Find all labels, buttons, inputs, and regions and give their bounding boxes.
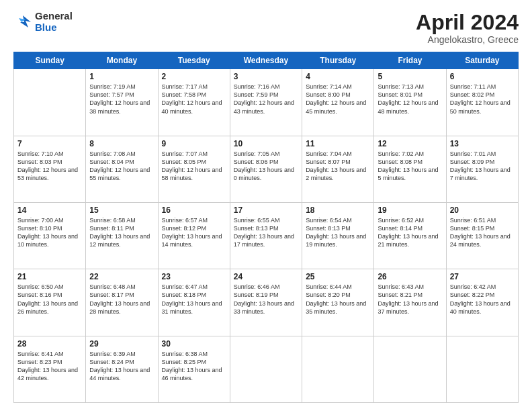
day-number: 4 xyxy=(306,72,370,81)
logo-text: General Blue xyxy=(35,11,73,33)
day-info: Sunrise: 6:54 AMSunset: 8:13 PMDaylight:… xyxy=(306,216,370,249)
calendar-cell: 14Sunrise: 7:00 AMSunset: 8:10 PMDayligh… xyxy=(14,202,86,269)
day-number: 11 xyxy=(306,139,370,148)
weekday-header-monday: Monday xyxy=(86,52,158,69)
calendar-cell: 24Sunrise: 6:46 AMSunset: 8:19 PMDayligh… xyxy=(230,269,302,336)
calendar-cell: 15Sunrise: 6:58 AMSunset: 8:11 PMDayligh… xyxy=(86,202,158,269)
day-info: Sunrise: 6:46 AMSunset: 8:19 PMDaylight:… xyxy=(234,283,298,316)
day-info: Sunrise: 6:50 AMSunset: 8:16 PMDaylight:… xyxy=(17,283,82,316)
logo: General Blue xyxy=(13,11,73,33)
day-info: Sunrise: 7:19 AMSunset: 7:57 PMDaylight:… xyxy=(89,83,154,116)
day-info: Sunrise: 7:08 AMSunset: 8:04 PMDaylight:… xyxy=(89,150,154,183)
day-info: Sunrise: 6:38 AMSunset: 8:25 PMDaylight:… xyxy=(162,350,226,383)
day-info: Sunrise: 6:52 AMSunset: 8:14 PMDaylight:… xyxy=(378,216,442,249)
day-number: 21 xyxy=(17,272,82,281)
day-info: Sunrise: 6:58 AMSunset: 8:11 PMDaylight:… xyxy=(89,216,154,249)
day-info: Sunrise: 6:44 AMSunset: 8:20 PMDaylight:… xyxy=(306,283,370,316)
calendar-cell: 3Sunrise: 7:16 AMSunset: 7:59 PMDaylight… xyxy=(230,69,302,136)
day-info: Sunrise: 6:48 AMSunset: 8:17 PMDaylight:… xyxy=(89,283,154,316)
day-number: 26 xyxy=(378,272,442,281)
day-number: 22 xyxy=(89,272,154,281)
day-info: Sunrise: 7:01 AMSunset: 8:09 PMDaylight:… xyxy=(450,150,515,183)
calendar-header-row: SundayMondayTuesdayWednesdayThursdayFrid… xyxy=(14,52,519,69)
calendar-table: SundayMondayTuesdayWednesdayThursdayFrid… xyxy=(13,52,519,403)
calendar-week-2: 14Sunrise: 7:00 AMSunset: 8:10 PMDayligh… xyxy=(14,202,519,269)
day-info: Sunrise: 7:05 AMSunset: 8:06 PMDaylight:… xyxy=(234,150,298,183)
calendar-cell: 20Sunrise: 6:51 AMSunset: 8:15 PMDayligh… xyxy=(446,202,518,269)
day-number: 14 xyxy=(17,205,82,215)
header: General Blue April 2024 Angelokastro, Gr… xyxy=(13,11,519,45)
calendar-cell: 9Sunrise: 7:07 AMSunset: 8:05 PMDaylight… xyxy=(158,136,230,202)
logo-blue: Blue xyxy=(35,21,57,33)
calendar-cell xyxy=(446,336,518,402)
day-info: Sunrise: 6:43 AMSunset: 8:21 PMDaylight:… xyxy=(378,283,442,316)
day-number: 15 xyxy=(89,205,154,215)
day-number: 3 xyxy=(234,72,298,81)
calendar-cell: 16Sunrise: 6:57 AMSunset: 8:12 PMDayligh… xyxy=(158,202,230,269)
day-number: 2 xyxy=(162,72,226,81)
calendar-cell: 7Sunrise: 7:10 AMSunset: 8:03 PMDaylight… xyxy=(14,136,86,202)
day-number: 20 xyxy=(450,205,515,215)
calendar-week-0: 1Sunrise: 7:19 AMSunset: 7:57 PMDaylight… xyxy=(14,69,519,136)
day-number: 12 xyxy=(378,139,442,148)
calendar-cell: 11Sunrise: 7:04 AMSunset: 8:07 PMDayligh… xyxy=(302,136,374,202)
calendar-cell: 2Sunrise: 7:17 AMSunset: 7:58 PMDaylight… xyxy=(158,69,230,136)
weekday-header-friday: Friday xyxy=(374,52,446,69)
day-number: 25 xyxy=(306,272,370,281)
day-info: Sunrise: 6:51 AMSunset: 8:15 PMDaylight:… xyxy=(450,216,515,249)
day-number: 28 xyxy=(17,339,82,349)
calendar-week-4: 28Sunrise: 6:41 AMSunset: 8:23 PMDayligh… xyxy=(14,336,519,402)
calendar-cell: 19Sunrise: 6:52 AMSunset: 8:14 PMDayligh… xyxy=(374,202,446,269)
calendar-cell: 23Sunrise: 6:47 AMSunset: 8:18 PMDayligh… xyxy=(158,269,230,336)
calendar-cell: 10Sunrise: 7:05 AMSunset: 8:06 PMDayligh… xyxy=(230,136,302,202)
day-info: Sunrise: 6:57 AMSunset: 8:12 PMDaylight:… xyxy=(162,216,226,249)
calendar-cell: 12Sunrise: 7:02 AMSunset: 8:08 PMDayligh… xyxy=(374,136,446,202)
day-number: 7 xyxy=(17,139,82,148)
day-info: Sunrise: 6:47 AMSunset: 8:18 PMDaylight:… xyxy=(162,283,226,316)
calendar-cell xyxy=(374,336,446,402)
day-info: Sunrise: 7:14 AMSunset: 8:00 PMDaylight:… xyxy=(306,83,370,116)
day-number: 10 xyxy=(234,139,298,148)
calendar-cell: 6Sunrise: 7:11 AMSunset: 8:02 PMDaylight… xyxy=(446,69,518,136)
day-number: 23 xyxy=(162,272,226,281)
day-info: Sunrise: 7:00 AMSunset: 8:10 PMDaylight:… xyxy=(17,216,82,249)
day-info: Sunrise: 6:55 AMSunset: 8:13 PMDaylight:… xyxy=(234,216,298,249)
calendar-cell: 1Sunrise: 7:19 AMSunset: 7:57 PMDaylight… xyxy=(86,69,158,136)
day-info: Sunrise: 7:16 AMSunset: 7:59 PMDaylight:… xyxy=(234,83,298,116)
day-info: Sunrise: 6:39 AMSunset: 8:24 PMDaylight:… xyxy=(89,350,154,383)
calendar-cell: 26Sunrise: 6:43 AMSunset: 8:21 PMDayligh… xyxy=(374,269,446,336)
calendar-week-3: 21Sunrise: 6:50 AMSunset: 8:16 PMDayligh… xyxy=(14,269,519,336)
calendar-week-1: 7Sunrise: 7:10 AMSunset: 8:03 PMDaylight… xyxy=(14,136,519,202)
weekday-header-sunday: Sunday xyxy=(14,52,86,69)
day-number: 5 xyxy=(378,72,442,81)
calendar-cell: 22Sunrise: 6:48 AMSunset: 8:17 PMDayligh… xyxy=(86,269,158,336)
day-info: Sunrise: 7:10 AMSunset: 8:03 PMDaylight:… xyxy=(17,150,82,183)
calendar-cell: 25Sunrise: 6:44 AMSunset: 8:20 PMDayligh… xyxy=(302,269,374,336)
page: General Blue April 2024 Angelokastro, Gr… xyxy=(0,0,532,411)
calendar-cell: 8Sunrise: 7:08 AMSunset: 8:04 PMDaylight… xyxy=(86,136,158,202)
calendar-cell: 13Sunrise: 7:01 AMSunset: 8:09 PMDayligh… xyxy=(446,136,518,202)
title-location: Angelokastro, Greece xyxy=(416,34,519,45)
calendar-cell: 17Sunrise: 6:55 AMSunset: 8:13 PMDayligh… xyxy=(230,202,302,269)
day-info: Sunrise: 7:04 AMSunset: 8:07 PMDaylight:… xyxy=(306,150,370,183)
calendar-cell xyxy=(14,69,86,136)
day-number: 30 xyxy=(162,339,226,349)
day-info: Sunrise: 7:17 AMSunset: 7:58 PMDaylight:… xyxy=(162,83,226,116)
day-number: 18 xyxy=(306,205,370,215)
day-info: Sunrise: 7:07 AMSunset: 8:05 PMDaylight:… xyxy=(162,150,226,183)
day-number: 8 xyxy=(89,139,154,148)
day-number: 17 xyxy=(234,205,298,215)
day-info: Sunrise: 7:13 AMSunset: 8:01 PMDaylight:… xyxy=(378,83,442,116)
day-info: Sunrise: 6:41 AMSunset: 8:23 PMDaylight:… xyxy=(17,350,82,383)
day-number: 29 xyxy=(89,339,154,349)
day-number: 6 xyxy=(450,72,515,81)
calendar-cell xyxy=(302,336,374,402)
title-block: April 2024 Angelokastro, Greece xyxy=(416,11,519,45)
calendar-cell: 21Sunrise: 6:50 AMSunset: 8:16 PMDayligh… xyxy=(14,269,86,336)
day-info: Sunrise: 7:02 AMSunset: 8:08 PMDaylight:… xyxy=(378,150,442,183)
weekday-header-thursday: Thursday xyxy=(302,52,374,69)
calendar-cell: 5Sunrise: 7:13 AMSunset: 8:01 PMDaylight… xyxy=(374,69,446,136)
weekday-header-tuesday: Tuesday xyxy=(158,52,230,69)
day-number: 16 xyxy=(162,205,226,215)
calendar-cell: 27Sunrise: 6:42 AMSunset: 8:22 PMDayligh… xyxy=(446,269,518,336)
